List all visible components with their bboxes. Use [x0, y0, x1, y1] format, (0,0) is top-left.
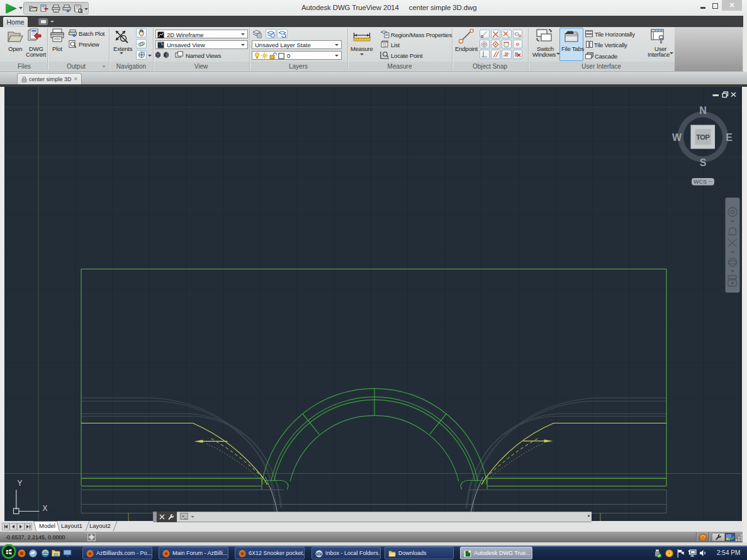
svg-text:X: X — [42, 504, 47, 513]
svg-text:WCS: WCS — [694, 179, 707, 185]
svg-text:W: W — [671, 132, 682, 143]
svg-text:TOP: TOP — [696, 133, 709, 141]
svg-text:Y: Y — [17, 479, 22, 488]
svg-text:E: E — [726, 132, 733, 143]
svg-text:S: S — [699, 157, 706, 168]
svg-text:N: N — [699, 105, 707, 116]
